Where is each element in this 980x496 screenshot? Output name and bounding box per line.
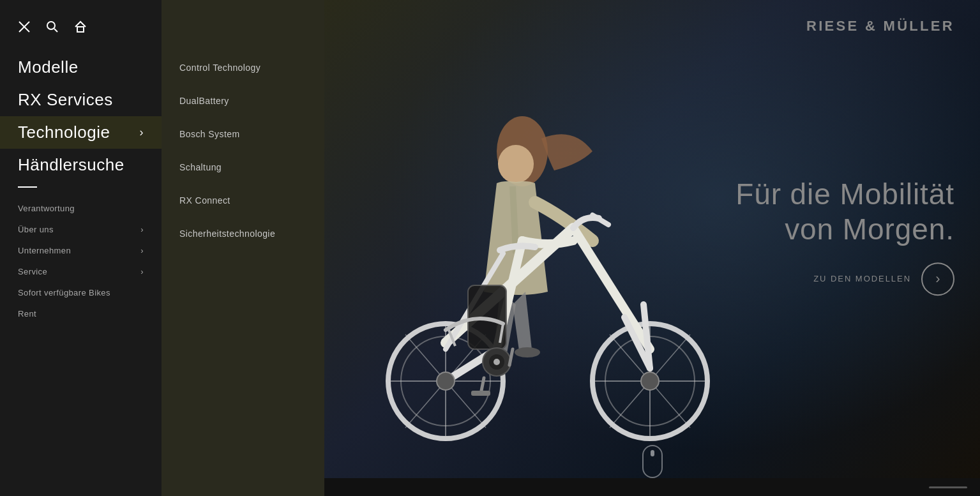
scroll-dot	[651, 450, 654, 456]
nav-item-haendlersuche[interactable]: Händlersuche	[18, 149, 144, 181]
nav-item-modelle-label: Modelle	[18, 57, 79, 77]
progress-bar	[929, 486, 967, 488]
svg-point-27	[437, 372, 455, 390]
hero-text-block: Für die Mobilität von Morgen. ZU DEN MOD…	[735, 177, 954, 296]
svg-point-29	[494, 359, 500, 365]
search-button[interactable]	[46, 20, 59, 33]
nav-item-ueber-uns-label: Über uns	[18, 225, 54, 234]
submenu-item-control-technology-label: Control Technology	[179, 63, 260, 73]
svg-rect-32	[471, 391, 490, 396]
nav-item-rx-services[interactable]: RX Services	[18, 84, 144, 116]
nav-item-haendlersuche-label: Händlersuche	[18, 155, 124, 175]
hero-title-line1: Für die Mobilität	[735, 177, 954, 212]
hero-bike-image	[356, 113, 714, 445]
nav-item-unternehmen[interactable]: Unternehmen ›	[18, 240, 144, 261]
svg-line-31	[509, 349, 513, 365]
home-button[interactable]	[74, 20, 87, 33]
submenu-item-rx-connect-label: RX Connect	[179, 195, 230, 206]
close-button[interactable]	[18, 20, 31, 33]
submenu-item-sicherheitstechnologie-label: Sicherheitstechnologie	[179, 229, 275, 239]
nav-item-rx-services-label: RX Services	[18, 90, 113, 110]
submenu-item-control-technology[interactable]: Control Technology	[179, 51, 306, 84]
nav-item-technologie[interactable]: Technologie ›	[0, 116, 162, 149]
svg-point-6	[498, 145, 534, 183]
hero-title: Für die Mobilität von Morgen.	[735, 177, 954, 247]
submenu-item-dual-battery[interactable]: DualBattery	[179, 84, 306, 117]
nav-item-service-label: Service	[18, 267, 47, 276]
nav-item-verantwortung-label: Verantwortung	[18, 204, 75, 213]
sidebar-nav: Modelle RX Services Technologie › Händle…	[0, 51, 162, 496]
chevron-right-icon-2: ›	[140, 225, 144, 234]
scroll-indicator	[642, 445, 663, 478]
nav-item-modelle[interactable]: Modelle	[18, 51, 144, 84]
brand-logo: RIESE & MÜLLER	[806, 18, 954, 34]
hero-title-line2: von Morgen.	[735, 212, 954, 247]
svg-line-3	[54, 29, 57, 32]
nav-item-sofort-bikes-label: Sofort verfügbare Bikes	[18, 288, 110, 297]
logo-text: RIESE & MÜLLER	[806, 18, 954, 34]
submenu-panel: Control Technology DualBattery Bosch Sys…	[162, 0, 324, 496]
nav-item-unternehmen-label: Unternehmen	[18, 246, 71, 255]
submenu-item-schaltung[interactable]: Schaltung	[179, 151, 306, 184]
chevron-right-icon: ›	[139, 126, 144, 139]
main-content: RIESE & MÜLLER	[324, 0, 980, 496]
nav-item-sofort-bikes[interactable]: Sofort verfügbare Bikes	[18, 282, 144, 303]
nav-item-technologie-label: Technologie	[18, 123, 110, 142]
submenu-item-schaltung-label: Schaltung	[179, 162, 222, 172]
hero-cta-text: ZU DEN MODELLEN	[813, 274, 911, 284]
bottom-bar	[324, 478, 980, 496]
svg-rect-4	[77, 27, 84, 32]
nav-item-ueber-uns[interactable]: Über uns ›	[18, 219, 144, 240]
arrow-right-icon: ›	[935, 271, 940, 287]
submenu-item-dual-battery-label: DualBattery	[179, 96, 229, 106]
svg-point-2	[47, 22, 55, 29]
nav-item-verantwortung[interactable]: Verantwortung	[18, 198, 144, 219]
nav-item-rent[interactable]: Rent	[18, 303, 144, 324]
nav-item-rent-label: Rent	[18, 309, 36, 319]
hero-cta[interactable]: ZU DEN MODELLEN ›	[735, 262, 954, 296]
svg-point-28	[641, 372, 659, 390]
chevron-right-icon-3: ›	[140, 246, 144, 255]
sidebar: Modelle RX Services Technologie › Händle…	[0, 0, 162, 496]
nav-divider	[18, 186, 37, 188]
sidebar-top-icons	[0, 0, 162, 51]
hero-cta-button[interactable]: ›	[921, 262, 954, 296]
submenu-item-rx-connect[interactable]: RX Connect	[179, 184, 306, 217]
chevron-right-icon-4: ›	[140, 267, 144, 276]
submenu-item-bosch-system-label: Bosch System	[179, 129, 240, 139]
nav-item-service[interactable]: Service ›	[18, 261, 144, 282]
submenu-item-sicherheitstechnologie[interactable]: Sicherheitstechnologie	[179, 217, 306, 250]
submenu-item-bosch-system[interactable]: Bosch System	[179, 117, 306, 151]
svg-point-8	[515, 347, 540, 357]
